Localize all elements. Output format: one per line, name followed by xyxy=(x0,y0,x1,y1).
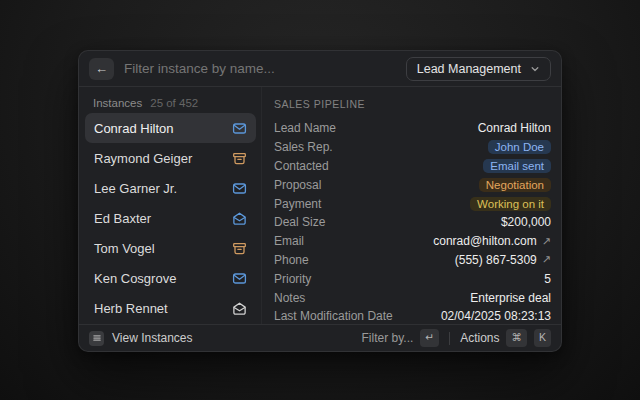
detail-row: Proposal Negotiation xyxy=(274,175,551,194)
detail-value: (555) 867-5309 xyxy=(455,253,537,267)
detail-value: Enterprise deal xyxy=(470,291,551,305)
detail-label: Priority xyxy=(274,272,311,286)
instances-panel: Instances 25 of 452 Conrad Hilton Raymon… xyxy=(79,87,261,324)
archive-icon xyxy=(232,241,247,256)
details-title: SALES PIPELINE xyxy=(274,98,551,110)
footer-actions-group: Filter by... ↵ Actions ⌘ K xyxy=(362,329,551,346)
detail-label: Proposal xyxy=(274,178,321,192)
detail-row: Sales Rep. John Doe xyxy=(274,138,551,157)
enter-key-icon[interactable]: ↵ xyxy=(420,329,439,346)
envelope-open-icon xyxy=(232,301,247,316)
view-dropdown[interactable]: Lead Management xyxy=(406,57,551,81)
instance-list: Conrad Hilton Raymond Geiger Lee Garner … xyxy=(85,113,256,323)
envelope-icon xyxy=(232,271,247,286)
actions-label[interactable]: Actions xyxy=(460,331,499,345)
list-item[interactable]: Ken Cosgrove xyxy=(85,263,256,293)
detail-label: Deal Size xyxy=(274,215,325,229)
view-dropdown-value: Lead Management xyxy=(417,62,521,76)
external-link-icon: ↗ xyxy=(542,236,551,247)
detail-value: $200,000 xyxy=(501,215,551,229)
detail-value-wrap: 02/04/2025 08:23:13 xyxy=(441,309,551,323)
detail-value-wrap[interactable]: (555) 867-5309 ↗ xyxy=(455,253,551,267)
list-item[interactable]: Lee Garner Jr. xyxy=(85,173,256,203)
detail-value-wrap[interactable]: conrad@hilton.com ↗ xyxy=(433,234,551,248)
detail-value-wrap: Enterprise deal xyxy=(470,291,551,305)
main-area: Instances 25 of 452 Conrad Hilton Raymon… xyxy=(79,87,561,324)
detail-row: Last Modification Date 02/04/2025 08:23:… xyxy=(274,307,551,326)
footer-bar: View Instances Filter by... ↵ Actions ⌘ … xyxy=(79,324,561,351)
detail-row: Notes Enterprise deal xyxy=(274,288,551,307)
detail-row: Contacted Email sent xyxy=(274,157,551,176)
detail-value: John Doe xyxy=(488,140,551,154)
detail-value: Working on it xyxy=(470,197,551,211)
archive-icon xyxy=(232,151,247,166)
detail-value-wrap: $200,000 xyxy=(501,215,551,229)
detail-value-wrap: Conrad Hilton xyxy=(478,121,551,135)
list-item[interactable]: Conrad Hilton xyxy=(85,113,256,143)
detail-row: Deal Size $200,000 xyxy=(274,213,551,232)
list-item-label: Tom Vogel xyxy=(94,241,155,256)
detail-label: Phone xyxy=(274,253,309,267)
k-key-icon[interactable]: K xyxy=(534,329,551,346)
detail-value: 02/04/2025 08:23:13 xyxy=(441,309,551,323)
list-item[interactable]: Herb Rennet xyxy=(85,293,256,323)
list-item[interactable]: Ed Baxter xyxy=(85,203,256,233)
view-instances-label: View Instances xyxy=(112,331,193,345)
detail-label: Lead Name xyxy=(274,121,336,135)
list-item-label: Herb Rennet xyxy=(94,301,168,316)
detail-row: Email conrad@hilton.com ↗ xyxy=(274,232,551,251)
detail-label: Sales Rep. xyxy=(274,140,333,154)
detail-label: Email xyxy=(274,234,304,248)
detail-value: Conrad Hilton xyxy=(478,121,551,135)
list-item-label: Ed Baxter xyxy=(94,211,151,226)
cmd-key-icon[interactable]: ⌘ xyxy=(506,329,527,346)
detail-value-wrap: Negotiation xyxy=(479,178,551,192)
detail-value-wrap: John Doe xyxy=(488,140,551,154)
envelope-icon xyxy=(232,121,247,136)
detail-value: Negotiation xyxy=(479,178,551,192)
detail-label: Payment xyxy=(274,197,321,211)
detail-row: Payment Working on it xyxy=(274,194,551,213)
list-header: Instances 25 of 452 xyxy=(85,91,256,113)
filter-by-label[interactable]: Filter by... xyxy=(362,331,414,345)
external-link-icon: ↗ xyxy=(542,254,551,265)
detail-label: Notes xyxy=(274,291,305,305)
list-item[interactable]: Tom Vogel xyxy=(85,233,256,263)
detail-value-wrap: Email sent xyxy=(483,159,551,173)
command-palette-window: ← Lead Management Instances 25 of 452 Co… xyxy=(78,50,562,352)
detail-row: Priority 5 xyxy=(274,269,551,288)
detail-rows: Lead Name Conrad Hilton Sales Rep. John … xyxy=(274,119,551,326)
detail-value: conrad@hilton.com xyxy=(433,234,537,248)
list-count: 25 of 452 xyxy=(150,97,198,109)
view-instances-icon xyxy=(89,331,104,346)
desktop: { "header": { "back_icon": "←", "search_… xyxy=(0,0,640,400)
list-title: Instances xyxy=(93,97,142,109)
envelope-open-icon xyxy=(232,211,247,226)
detail-label: Contacted xyxy=(274,159,329,173)
envelope-icon xyxy=(232,181,247,196)
back-button[interactable]: ← xyxy=(89,58,114,80)
list-item[interactable]: Raymond Geiger xyxy=(85,143,256,173)
detail-value: 5 xyxy=(544,272,551,286)
footer-divider xyxy=(449,332,450,345)
back-arrow-icon: ← xyxy=(95,61,108,76)
detail-row: Lead Name Conrad Hilton xyxy=(274,119,551,138)
detail-value: Email sent xyxy=(483,159,551,173)
chevron-down-icon xyxy=(530,64,540,74)
list-item-label: Raymond Geiger xyxy=(94,151,192,166)
detail-label: Last Modification Date xyxy=(274,309,393,323)
details-panel: SALES PIPELINE Lead Name Conrad Hilton S… xyxy=(261,87,561,324)
list-item-label: Ken Cosgrove xyxy=(94,271,176,286)
list-item-label: Lee Garner Jr. xyxy=(94,181,177,196)
search-input[interactable] xyxy=(124,61,396,76)
detail-value-wrap: 5 xyxy=(544,272,551,286)
detail-row: Phone (555) 867-5309 ↗ xyxy=(274,251,551,270)
list-item-label: Conrad Hilton xyxy=(94,121,174,136)
search-bar: ← Lead Management xyxy=(79,51,561,87)
detail-value-wrap: Working on it xyxy=(470,197,551,211)
